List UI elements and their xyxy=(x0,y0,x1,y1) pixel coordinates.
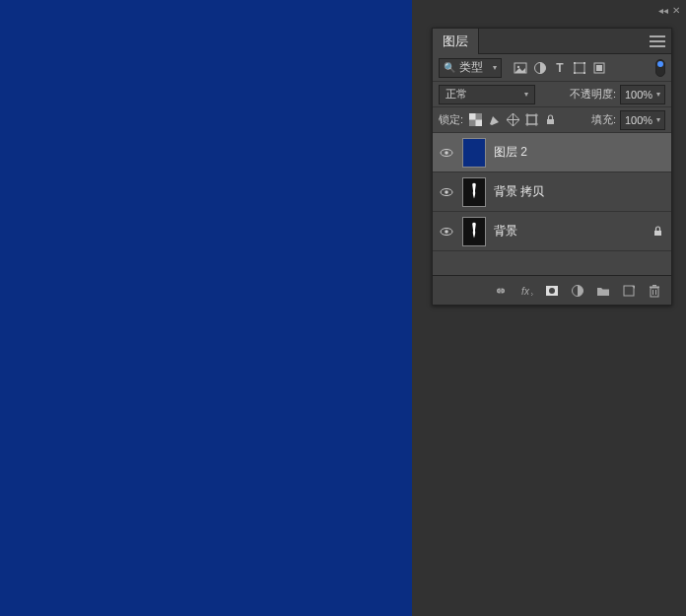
lock-row: 锁定: 填充: 100% xyxy=(433,107,671,133)
fill-input[interactable]: 100% ▾ xyxy=(620,110,665,130)
layer-name[interactable]: 背景 拷贝 xyxy=(494,183,665,200)
layers-tab[interactable]: 图层 xyxy=(433,29,479,54)
svg-rect-6 xyxy=(583,62,585,64)
svg-text:fx: fx xyxy=(521,286,530,297)
lock-icon xyxy=(652,225,665,239)
svg-rect-40 xyxy=(650,286,659,288)
type-filter-dropdown[interactable]: 🔍 类型 ▾ xyxy=(439,58,502,78)
fill-value: 100% xyxy=(625,114,652,126)
svg-point-28 xyxy=(445,230,448,234)
fill-label: 填充: xyxy=(591,112,616,127)
type-filter-label: 类型 xyxy=(459,59,483,76)
search-icon: 🔍 xyxy=(444,62,455,73)
layer-mask-icon[interactable] xyxy=(545,284,559,298)
canvas-area[interactable] xyxy=(0,0,412,616)
group-icon[interactable] xyxy=(596,284,610,298)
right-panel: ◂◂ ✕ 图层 🔍 类型 ▾ xyxy=(412,0,686,616)
image-filter-icon[interactable] xyxy=(514,61,527,75)
chevron-down-icon: ▾ xyxy=(493,63,497,72)
svg-rect-4 xyxy=(575,63,584,73)
layer-name[interactable]: 图层 2 xyxy=(494,144,665,161)
visibility-toggle[interactable] xyxy=(439,224,454,240)
blend-row: 正常 ▾ 不透明度: 100% ▾ xyxy=(433,82,671,107)
shape-filter-icon[interactable] xyxy=(573,61,586,75)
opacity-input[interactable]: 100% ▾ xyxy=(620,85,665,104)
svg-rect-5 xyxy=(574,62,576,64)
lock-position-icon[interactable] xyxy=(507,113,519,126)
visibility-toggle[interactable] xyxy=(439,184,454,200)
lock-icons xyxy=(469,113,557,126)
layer-thumbnail[interactable] xyxy=(462,177,486,207)
svg-point-23 xyxy=(445,151,448,155)
smartobject-filter-icon[interactable] xyxy=(592,61,606,75)
svg-rect-13 xyxy=(476,120,483,127)
layer-row[interactable]: 背景 xyxy=(433,212,671,251)
chevron-down-icon: ▾ xyxy=(656,90,660,99)
lock-artboard-icon[interactable] xyxy=(525,113,538,126)
close-icon[interactable]: ✕ xyxy=(672,5,680,16)
adjustment-filter-icon[interactable] xyxy=(533,61,547,75)
adjustment-layer-icon[interactable] xyxy=(571,284,584,298)
text-filter-icon[interactable]: T xyxy=(553,61,567,75)
layers-panel: 图层 🔍 类型 ▾ T xyxy=(432,28,672,306)
svg-rect-31 xyxy=(499,290,503,291)
layer-list-empty xyxy=(433,251,671,275)
lock-pixels-icon[interactable] xyxy=(488,113,501,126)
link-layers-icon[interactable] xyxy=(494,284,508,298)
svg-point-25 xyxy=(445,190,448,194)
filter-toggle-dot xyxy=(657,61,663,67)
layers-tab-label: 图层 xyxy=(443,33,468,50)
opacity-value: 100% xyxy=(625,89,652,101)
layer-thumbnail[interactable] xyxy=(462,217,486,246)
svg-rect-41 xyxy=(652,285,656,287)
panel-collapse-controls: ◂◂ ✕ xyxy=(658,0,680,20)
lock-transparency-icon[interactable] xyxy=(469,113,482,126)
lock-label: 锁定: xyxy=(439,112,463,127)
svg-rect-10 xyxy=(596,65,602,71)
opacity-label: 不透明度: xyxy=(570,87,616,102)
delete-icon[interactable] xyxy=(648,284,661,298)
layer-thumbnail[interactable] xyxy=(462,138,486,168)
chevron-down-icon: ▾ xyxy=(524,90,528,99)
lock-all-icon[interactable] xyxy=(544,113,557,126)
svg-rect-21 xyxy=(547,119,554,124)
svg-rect-30 xyxy=(654,231,661,236)
panel-header: 图层 xyxy=(433,29,671,54)
panel-footer: fx xyxy=(433,275,671,305)
layer-row[interactable]: 图层 2 xyxy=(433,133,671,172)
svg-rect-8 xyxy=(583,72,585,74)
fx-icon[interactable]: fx xyxy=(519,284,533,298)
blend-mode-label: 正常 xyxy=(446,87,467,102)
svg-point-1 xyxy=(517,65,519,67)
filter-row: 🔍 类型 ▾ T xyxy=(433,54,671,82)
visibility-toggle[interactable] xyxy=(439,145,454,161)
svg-rect-36 xyxy=(624,286,634,296)
svg-rect-7 xyxy=(574,72,576,74)
layer-name[interactable]: 背景 xyxy=(494,223,644,240)
blend-mode-dropdown[interactable]: 正常 ▾ xyxy=(439,85,535,104)
filter-icons: T xyxy=(514,61,606,75)
filter-toggle[interactable] xyxy=(655,59,665,77)
collapse-icon[interactable]: ◂◂ xyxy=(658,5,668,16)
panel-menu-icon[interactable] xyxy=(650,35,665,47)
layer-row[interactable]: 背景 拷贝 xyxy=(433,172,671,212)
new-layer-icon[interactable] xyxy=(622,284,636,298)
svg-rect-16 xyxy=(527,115,536,124)
svg-rect-12 xyxy=(469,113,476,120)
svg-text:T: T xyxy=(556,61,564,75)
chevron-down-icon: ▾ xyxy=(656,115,660,124)
svg-rect-37 xyxy=(651,288,658,297)
svg-point-34 xyxy=(549,288,555,294)
layer-list: 图层 2 背景 拷贝 背景 xyxy=(433,133,671,275)
